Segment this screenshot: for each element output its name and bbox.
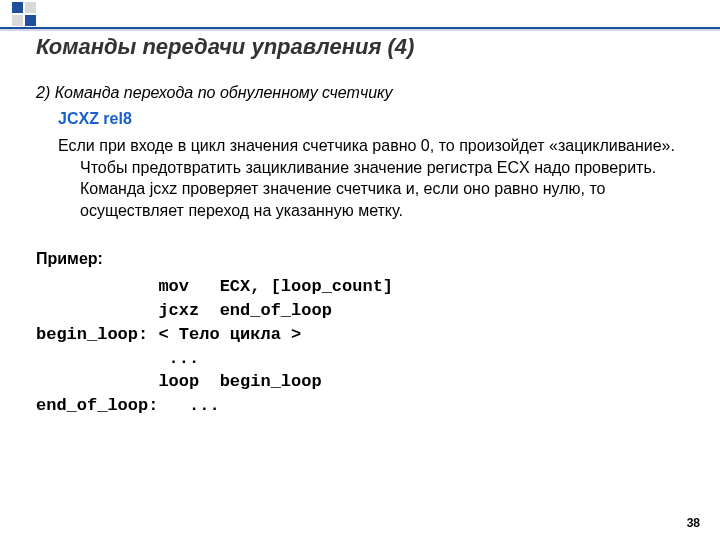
code-block: mov ECX, [loop_count] jcxz end_of_loop b… <box>36 275 692 418</box>
header-rule <box>0 27 720 29</box>
slide-body: 2) Команда перехода по обнуленному счетч… <box>36 82 692 418</box>
svg-rect-1 <box>25 2 36 13</box>
svg-rect-2 <box>12 15 23 26</box>
page-number: 38 <box>687 516 700 530</box>
slide-title: Команды передачи управления (4) <box>36 34 414 60</box>
instruction-name: JCXZ rel8 <box>58 108 692 130</box>
svg-rect-3 <box>25 15 36 26</box>
example-label: Пример: <box>36 248 692 270</box>
logo-squares <box>12 2 38 28</box>
section-body: Если при входе в цикл значения счетчика … <box>58 135 692 221</box>
svg-rect-0 <box>12 2 23 13</box>
section-lead: 2) Команда перехода по обнуленному счетч… <box>36 82 692 104</box>
